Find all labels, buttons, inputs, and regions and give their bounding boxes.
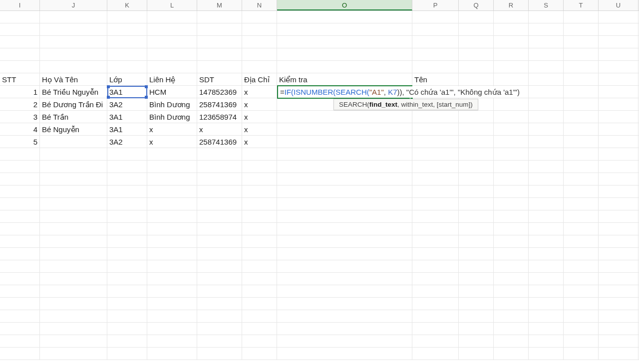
header-lop[interactable]: Lớp xyxy=(107,73,147,85)
cell[interactable] xyxy=(0,273,40,285)
cell[interactable] xyxy=(147,310,197,322)
cell-stt[interactable]: 3 xyxy=(0,111,40,123)
cell[interactable] xyxy=(277,210,412,222)
cell[interactable] xyxy=(412,248,459,260)
cell[interactable] xyxy=(107,173,147,185)
cell-stt[interactable]: 4 xyxy=(0,123,40,135)
col-header-N[interactable]: N xyxy=(242,0,277,10)
cell[interactable] xyxy=(599,61,639,73)
cell[interactable] xyxy=(0,36,40,48)
cell[interactable] xyxy=(529,161,564,173)
cell[interactable] xyxy=(459,61,494,73)
cell[interactable] xyxy=(277,298,412,310)
cell[interactable] xyxy=(197,323,242,335)
cell[interactable] xyxy=(242,148,277,160)
col-header-J[interactable]: J xyxy=(40,0,107,10)
cell[interactable] xyxy=(277,235,412,247)
cell[interactable] xyxy=(494,210,529,222)
header-diachi[interactable]: Địa Chỉ xyxy=(242,73,277,85)
cell[interactable] xyxy=(277,285,412,297)
cell[interactable] xyxy=(277,123,412,135)
cell[interactable] xyxy=(147,148,197,160)
cell[interactable] xyxy=(197,161,242,173)
cell[interactable] xyxy=(40,173,107,185)
cell[interactable] xyxy=(147,185,197,197)
cell[interactable] xyxy=(494,173,529,185)
cell[interactable] xyxy=(529,235,564,247)
cell[interactable] xyxy=(564,210,599,222)
cell[interactable] xyxy=(494,185,529,197)
cell[interactable] xyxy=(412,11,459,23)
cell[interactable] xyxy=(459,260,494,272)
cell[interactable] xyxy=(412,136,459,148)
cell[interactable] xyxy=(40,335,107,347)
cell[interactable] xyxy=(529,61,564,73)
cell-diachi[interactable]: x xyxy=(242,111,277,123)
header-ten[interactable]: Tên xyxy=(412,73,459,85)
cell[interactable] xyxy=(147,298,197,310)
cell[interactable] xyxy=(529,348,564,360)
cell[interactable] xyxy=(459,210,494,222)
cell[interactable] xyxy=(494,348,529,360)
col-header-K[interactable]: K xyxy=(107,0,147,10)
header-kiemtra[interactable]: Kiểm tra xyxy=(277,73,412,85)
cell[interactable] xyxy=(107,298,147,310)
cell[interactable] xyxy=(599,173,639,185)
cell[interactable] xyxy=(459,298,494,310)
cell-sdt[interactable]: 123658974 xyxy=(197,111,242,123)
cell[interactable] xyxy=(459,235,494,247)
cell[interactable] xyxy=(147,323,197,335)
function-tooltip[interactable]: SEARCH(find_text, within_text, [start_nu… xyxy=(333,99,478,110)
cell[interactable] xyxy=(494,273,529,285)
cell[interactable] xyxy=(107,248,147,260)
cell[interactable] xyxy=(494,248,529,260)
cell[interactable] xyxy=(40,148,107,160)
col-header-P[interactable]: P xyxy=(412,0,459,10)
cell[interactable] xyxy=(599,323,639,335)
cell[interactable] xyxy=(599,73,639,85)
cell[interactable] xyxy=(599,185,639,197)
formula-input-text[interactable]: =IF(ISNUMBER(SEARCH("A1", K7)), "Có chứa… xyxy=(280,86,521,98)
cell[interactable] xyxy=(459,323,494,335)
cell-lop[interactable]: 3A1 xyxy=(107,86,147,98)
cell[interactable] xyxy=(40,298,107,310)
cell[interactable] xyxy=(529,98,564,110)
cell[interactable] xyxy=(107,185,147,197)
cell[interactable] xyxy=(107,235,147,247)
cell[interactable] xyxy=(242,310,277,322)
cell[interactable] xyxy=(564,36,599,48)
cell[interactable] xyxy=(459,11,494,23)
cell[interactable] xyxy=(277,136,412,148)
cell[interactable] xyxy=(147,161,197,173)
cell[interactable] xyxy=(564,161,599,173)
cell[interactable] xyxy=(564,235,599,247)
cell-diachi[interactable]: x xyxy=(242,86,277,98)
cell[interactable] xyxy=(564,11,599,23)
cell[interactable] xyxy=(147,223,197,235)
cell[interactable] xyxy=(147,36,197,48)
cell[interactable] xyxy=(242,161,277,173)
cell[interactable] xyxy=(494,161,529,173)
cell[interactable] xyxy=(412,298,459,310)
cell[interactable] xyxy=(599,335,639,347)
cell[interactable] xyxy=(40,285,107,297)
cell[interactable] xyxy=(197,148,242,160)
cell[interactable] xyxy=(0,148,40,160)
cell[interactable] xyxy=(40,348,107,360)
cell[interactable] xyxy=(197,61,242,73)
cell[interactable] xyxy=(459,148,494,160)
cell[interactable] xyxy=(107,23,147,35)
cell[interactable] xyxy=(494,111,529,123)
cell[interactable] xyxy=(147,235,197,247)
cell[interactable] xyxy=(564,86,599,98)
col-header-I[interactable]: I xyxy=(0,0,40,10)
cell[interactable] xyxy=(599,161,639,173)
cell[interactable] xyxy=(459,173,494,185)
cell[interactable] xyxy=(412,235,459,247)
cell[interactable] xyxy=(529,36,564,48)
cell-stt[interactable]: 5 xyxy=(0,136,40,148)
cell[interactable] xyxy=(412,223,459,235)
cell[interactable] xyxy=(277,310,412,322)
cell[interactable] xyxy=(459,161,494,173)
cell[interactable] xyxy=(242,223,277,235)
